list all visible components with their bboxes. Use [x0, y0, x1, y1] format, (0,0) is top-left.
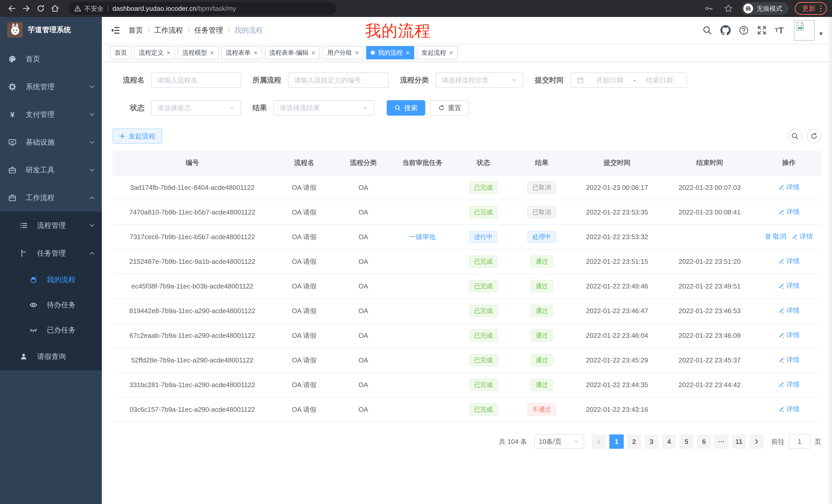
detail-link[interactable]: 详情: [778, 183, 800, 192]
result-select[interactable]: 请选择流结果: [274, 100, 374, 116]
cancel-link[interactable]: 取消: [765, 232, 786, 241]
category-select[interactable]: 请选择流程分类: [436, 73, 523, 88]
page-button[interactable]: 2: [627, 435, 641, 449]
refresh-icon: [810, 132, 818, 140]
table-row: 331bc281-7b9a-11ec-a290-acde48001122OA 请…: [113, 372, 821, 397]
tab-home[interactable]: 首页: [110, 46, 132, 59]
help-icon[interactable]: [739, 25, 749, 35]
page-button[interactable]: 5: [679, 435, 694, 449]
back-icon[interactable]: [5, 2, 19, 15]
more-pages-button[interactable]: ···: [714, 435, 729, 449]
fullscreen-icon[interactable]: [757, 25, 767, 35]
close-icon[interactable]: ×: [254, 49, 257, 56]
password-key-icon[interactable]: [702, 2, 716, 15]
avatar[interactable]: [794, 20, 814, 40]
detail-link[interactable]: 详情: [778, 404, 800, 414]
close-icon[interactable]: ×: [449, 49, 453, 56]
breadcrumb-item[interactable]: 首页: [129, 25, 143, 35]
pen-icon: [778, 258, 785, 264]
detail-link[interactable]: 详情: [778, 257, 800, 265]
user-menu[interactable]: ▼: [794, 20, 824, 40]
chevron-down-icon: [89, 167, 95, 173]
detail-link[interactable]: 详情: [778, 355, 800, 364]
sidebar-fold-icon[interactable]: [110, 25, 120, 35]
col-header: 状态: [454, 150, 512, 175]
sidebar-item-home[interactable]: 首页: [0, 45, 102, 73]
chevron-down-icon: [89, 223, 95, 228]
goto-page-input[interactable]: [789, 435, 810, 449]
tab-my-process[interactable]: 我的流程×: [366, 46, 414, 59]
header-search-icon[interactable]: [702, 25, 712, 35]
sidebar-item-process-mgmt[interactable]: 流程管理: [0, 212, 102, 240]
detail-link[interactable]: 详情: [778, 380, 800, 389]
page-button[interactable]: 1: [609, 435, 624, 449]
start-process-button[interactable]: 发起流程: [113, 129, 162, 144]
browser-update-button[interactable]: 更新: [795, 2, 827, 15]
home-icon[interactable]: [48, 2, 62, 15]
breadcrumb-item[interactable]: 工作流程: [154, 25, 183, 35]
search-button[interactable]: 搜索: [387, 100, 425, 116]
sidebar-item-infra[interactable]: 基础设施: [0, 129, 102, 156]
filter-name-label: 流程名: [113, 75, 145, 85]
tab-process-model[interactable]: 流程模型×: [178, 46, 218, 59]
reload-icon[interactable]: [34, 2, 47, 15]
current-task-link[interactable]: 一级审批: [409, 233, 436, 241]
result-badge: 通过: [530, 280, 553, 292]
bookmark-star-icon[interactable]: [722, 2, 735, 15]
process-definition-input[interactable]: [288, 73, 389, 88]
sidebar-item-my-process[interactable]: 我的流程: [0, 267, 102, 292]
refresh-table-button[interactable]: [807, 129, 821, 143]
not-secure-indicator[interactable]: 不安全: [74, 4, 104, 13]
address-bar[interactable]: 不安全 dashboard.yudao.iocoder.cn/bpm/task/…: [68, 2, 336, 15]
detail-link[interactable]: 详情: [778, 207, 800, 216]
tab-process-form-edit[interactable]: 流程表单-编辑×: [265, 46, 320, 59]
close-icon[interactable]: ×: [312, 49, 315, 56]
font-size-icon[interactable]: TT: [775, 26, 784, 35]
close-icon[interactable]: ×: [406, 49, 410, 56]
tab-process-definition[interactable]: 流程定义×: [134, 46, 175, 59]
breadcrumb-item[interactable]: 任务管理: [194, 25, 223, 35]
sidebar-item-done-tasks[interactable]: 已办任务: [0, 317, 102, 343]
github-icon[interactable]: [721, 25, 731, 35]
detail-link[interactable]: 详情: [791, 232, 813, 241]
sidebar-item-devtools[interactable]: 研发工具: [0, 156, 102, 184]
pen-icon: [778, 208, 785, 215]
process-name-input[interactable]: [151, 73, 241, 88]
app-logo[interactable]: 芋道管理系统: [0, 17, 102, 43]
page-button[interactable]: 6: [697, 435, 711, 449]
tab-start-process[interactable]: 发起流程×: [417, 46, 458, 59]
table-row: 52ffd28e-7b9a-11ec-a290-acde48001122OA 请…: [113, 348, 821, 372]
forward-icon[interactable]: [20, 2, 33, 15]
sidebar-item-workflow[interactable]: 工作流程: [0, 184, 102, 212]
page-scrollbar[interactable]: [829, 17, 832, 504]
sidebar-item-system[interactable]: 系统管理: [0, 73, 102, 101]
detail-link[interactable]: 详情: [778, 281, 800, 290]
sidebar-item-leave-query[interactable]: 请假查询: [0, 343, 102, 370]
flow-icon: [20, 249, 28, 257]
trash-icon: [765, 233, 771, 240]
sidebar-item-todo-tasks[interactable]: 待办任务: [0, 292, 102, 317]
sidebar-item-payment[interactable]: ¥ 支付管理: [0, 101, 102, 129]
prev-page-button[interactable]: [592, 435, 606, 449]
detail-link[interactable]: 详情: [778, 331, 800, 340]
close-icon[interactable]: ×: [166, 49, 171, 56]
next-page-button[interactable]: [749, 435, 763, 449]
close-icon[interactable]: ×: [210, 49, 214, 56]
submit-time-range-picker[interactable]: 开始日期 - 结束日期: [570, 73, 687, 88]
toggle-search-button[interactable]: [788, 129, 802, 143]
page-button[interactable]: 4: [662, 435, 676, 449]
browser-menu-icon[interactable]: [820, 5, 822, 12]
sidebar-item-task-mgmt[interactable]: 任务管理: [0, 240, 102, 267]
detail-link[interactable]: 详情: [778, 306, 800, 315]
tab-user-group[interactable]: 用户分组×: [323, 46, 364, 59]
result-badge: 通过: [530, 255, 553, 268]
status-badge: 已完成: [469, 329, 498, 342]
reset-button[interactable]: 重置: [431, 100, 469, 116]
close-icon[interactable]: ×: [355, 49, 359, 56]
page-button[interactable]: 11: [732, 435, 746, 449]
page-size-select[interactable]: 10条/页: [534, 435, 584, 449]
page-button[interactable]: 3: [644, 435, 659, 449]
status-badge: 已完成: [469, 255, 498, 268]
tab-process-form[interactable]: 流程表单×: [221, 46, 262, 59]
status-select[interactable]: 请选择状态: [151, 100, 241, 116]
